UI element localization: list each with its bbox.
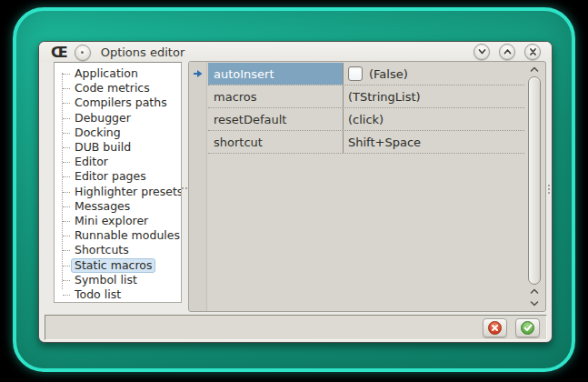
property-value-text: (click) xyxy=(348,113,384,126)
chevron-up-icon xyxy=(503,47,513,56)
sidebar-item-dub-build[interactable]: DUB build xyxy=(58,140,179,155)
checkbox-unchecked-icon[interactable] xyxy=(348,66,363,81)
sidebar-item-mini-explorer[interactable]: Mini explorer xyxy=(58,214,179,228)
property-rows: autoInsert (False) macros (TStringList) … xyxy=(208,63,524,154)
maximize-button[interactable] xyxy=(499,44,515,60)
sidebar-item-label: Static macros xyxy=(71,258,155,273)
vertical-scrollbar[interactable] xyxy=(525,63,544,310)
sidebar-item-application[interactable]: Application xyxy=(58,66,179,81)
sidebar-item-label: Mini explorer xyxy=(71,214,152,228)
sidebar-item-label: Compilers paths xyxy=(71,96,171,110)
sidebar-item-todo-list[interactable]: Todo list xyxy=(58,287,179,302)
sidebar-item-static-macros[interactable]: Static macros xyxy=(58,257,179,272)
category-tree: Application Code metrics Compilers paths… xyxy=(54,62,182,303)
sidebar-item-compilers-paths[interactable]: Compilers paths xyxy=(58,96,179,110)
minimize-button[interactable] xyxy=(473,44,490,60)
property-name[interactable]: shortcut xyxy=(208,131,344,153)
options-editor-window: Œ Options editor xyxy=(38,41,553,343)
sidebar-item-code-metrics[interactable]: Code metrics xyxy=(58,81,179,96)
scroll-up-icon[interactable] xyxy=(529,286,540,296)
cancel-cross-icon xyxy=(488,321,502,335)
sidebar-item-label: DUB build xyxy=(71,140,135,155)
splitter-grip[interactable] xyxy=(182,187,187,190)
close-button[interactable] xyxy=(524,44,541,60)
sidebar-item-messages[interactable]: Messages xyxy=(58,199,179,214)
window-controls xyxy=(473,44,541,60)
sidebar-item-runnable-modules[interactable]: Runnable modules xyxy=(58,228,179,243)
sidebar-item-label: Todo list xyxy=(71,287,125,302)
scroll-up-icon[interactable] xyxy=(529,65,540,74)
scrollbar-thumb[interactable] xyxy=(528,76,541,285)
property-name[interactable]: autoInsert xyxy=(208,63,344,85)
footer-bar xyxy=(45,315,547,340)
property-row-resetdefault[interactable]: resetDefault (click) xyxy=(208,108,524,131)
sidebar-item-editor-pages[interactable]: Editor pages xyxy=(58,169,179,184)
resize-grip[interactable] xyxy=(548,185,550,194)
cancel-button[interactable] xyxy=(483,318,507,337)
property-value-text: Shift+Space xyxy=(348,136,421,149)
chevron-down-icon xyxy=(477,47,487,56)
sidebar-item-shortcuts[interactable]: Shortcuts xyxy=(58,243,179,257)
sidebar-item-editor[interactable]: Editor xyxy=(58,155,179,169)
sidebar-item-label: Application xyxy=(71,66,142,81)
property-value[interactable]: (False) xyxy=(344,63,524,85)
app-logo-icon: Œ xyxy=(51,45,67,59)
sidebar-item-label: Runnable modules xyxy=(71,228,182,243)
titlebar[interactable]: Œ Options editor xyxy=(39,42,552,63)
property-name[interactable]: macros xyxy=(208,85,344,107)
accept-button[interactable] xyxy=(515,318,540,337)
sidebar-item-docking[interactable]: Docking xyxy=(58,126,179,140)
scroll-down-icon[interactable] xyxy=(529,298,540,307)
selected-row-arrow-icon xyxy=(193,69,204,78)
property-row-shortcut[interactable]: shortcut Shift+Space xyxy=(208,131,524,154)
property-value[interactable]: (TStringList) xyxy=(344,85,524,107)
sidebar-item-highlighter-presets[interactable]: Highlighter presets xyxy=(58,185,179,199)
sidebar-item-label: Highlighter presets xyxy=(71,185,182,199)
sidebar-item-label: Editor xyxy=(71,155,112,169)
property-value-text: (False) xyxy=(369,67,408,81)
property-row-macros[interactable]: macros (TStringList) xyxy=(208,85,524,108)
sidebar-item-symbol-list[interactable]: Symbol list xyxy=(58,273,179,287)
sidebar-item-label: Messages xyxy=(71,199,134,214)
property-value[interactable]: (click) xyxy=(344,108,524,130)
sidebar-item-label: Code metrics xyxy=(71,81,154,96)
sidebar-item-label: Editor pages xyxy=(71,169,150,184)
sidebar-item-label: Symbol list xyxy=(71,273,141,287)
close-icon xyxy=(528,47,538,56)
property-value-text: (TStringList) xyxy=(348,90,421,104)
sidebar-item-label: Docking xyxy=(71,126,125,140)
screen: Œ Options editor xyxy=(0,0,588,382)
property-name[interactable]: resetDefault xyxy=(208,108,344,130)
sidebar-item-debugger[interactable]: Debugger xyxy=(58,111,179,126)
property-row-autoinsert[interactable]: autoInsert (False) xyxy=(208,63,524,85)
window-title: Options editor xyxy=(101,45,185,59)
menu-dot-icon xyxy=(81,51,84,54)
property-value[interactable]: Shift+Space xyxy=(344,131,524,153)
row-indicator-gutter xyxy=(189,62,207,311)
property-grid: autoInsert (False) macros (TStringList) … xyxy=(188,61,546,312)
sidebar-item-label: Debugger xyxy=(71,111,135,126)
sidebar-item-label: Shortcuts xyxy=(71,243,133,257)
accept-check-icon xyxy=(521,321,534,335)
window-menu-button[interactable] xyxy=(75,45,91,61)
